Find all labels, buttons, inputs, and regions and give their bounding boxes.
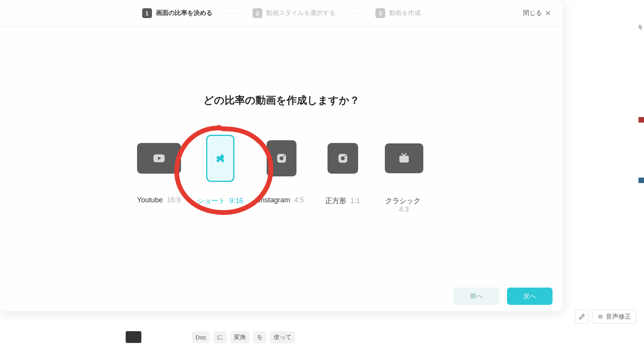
modal-content: どの比率の動画を作成しますか？ Youtube 16:9 [0, 27, 563, 214]
step-3[interactable]: 3 動画を作成 [375, 8, 421, 18]
ratio-value: 16:9 [167, 196, 181, 204]
aspect-ratio-modal: 1 画面の比率を決める ------ 2 動画スタイルを選択する ------ … [0, 0, 563, 311]
svg-point-6 [345, 155, 346, 156]
close-icon: ✕ [545, 9, 551, 18]
question-heading: どの比率の動画を作成しますか？ [0, 94, 563, 107]
pencil-icon[interactable] [575, 310, 589, 324]
ratio-name: Instagram [259, 196, 290, 204]
tv-icon [398, 152, 410, 165]
stepper: 1 画面の比率を決める ------ 2 動画スタイルを選択する ------ … [12, 8, 551, 18]
step-label: 画面の比率を決める [156, 9, 212, 17]
ratio-box-selected [206, 135, 234, 182]
step-label: 動画スタイルを選択する [266, 9, 335, 17]
next-button[interactable]: 次へ [507, 288, 553, 305]
bg-right-controls: 音声修正 [575, 310, 636, 324]
ratio-name: 正方形 [325, 197, 346, 205]
step-number: 3 [375, 8, 385, 18]
step-separator: ------ [224, 11, 241, 16]
ratio-option-square[interactable]: 正方形 1:1 [319, 135, 366, 214]
youtube-icon [152, 152, 166, 165]
option-visual [327, 135, 358, 182]
svg-rect-7 [399, 156, 409, 162]
bg-side-thumb [639, 117, 644, 123]
ratio-option-classic[interactable]: クラシック 4:3 [381, 135, 428, 214]
bg-chip: Doc [192, 332, 210, 343]
ratio-name: クラシック [385, 197, 421, 205]
bg-right-sidebar: を [638, 24, 644, 299]
audio-fix-label: 音声修正 [606, 313, 631, 321]
ratio-option-shorts[interactable]: ショート 9:16 [197, 135, 244, 214]
ratio-value: 4:3 [399, 205, 409, 213]
svg-point-3 [284, 155, 285, 156]
ratio-box [385, 143, 423, 173]
shorts-icon [215, 153, 225, 163]
bg-chip: 変換 [230, 331, 250, 343]
ratio-value: 1:1 [350, 197, 360, 205]
bg-chip: を [253, 331, 267, 343]
ratio-options: Youtube 16:9 ショート 9:16 [0, 135, 563, 214]
option-visual [385, 135, 423, 182]
step-number: 2 [252, 8, 262, 18]
prev-button[interactable]: 前へ [454, 288, 499, 305]
close-label: 閉じる [523, 9, 542, 17]
option-visual [137, 135, 181, 182]
bg-side-thumb [639, 178, 644, 183]
step-1[interactable]: 1 画面の比率を決める [142, 8, 212, 18]
instagram-icon [276, 152, 287, 164]
ratio-value: 4:5 [294, 196, 304, 204]
ratio-box [137, 143, 181, 174]
bg-chip: に [213, 331, 227, 343]
ratio-box [267, 140, 296, 176]
bg-chip: 使って [270, 331, 295, 343]
step-number: 1 [142, 8, 152, 18]
ratio-name: Youtube [137, 196, 163, 204]
stepper-bar: 1 画面の比率を決める ------ 2 動画スタイルを選択する ------ … [0, 0, 563, 27]
option-visual [267, 135, 296, 182]
bg-thumbnail [126, 331, 141, 343]
step-separator: ------ [347, 11, 364, 16]
svg-point-5 [341, 156, 345, 160]
step-label: 動画を作成 [389, 9, 421, 17]
svg-point-2 [280, 156, 284, 160]
instagram-icon [337, 152, 349, 164]
bg-side-char: を [638, 24, 644, 31]
step-2[interactable]: 2 動画スタイルを選択する [252, 8, 335, 18]
modal-footer: 前へ 次へ [454, 288, 553, 305]
audio-fix-button[interactable]: 音声修正 [592, 310, 636, 324]
ratio-box [327, 143, 358, 174]
option-visual [206, 135, 234, 182]
ratio-name: ショート [197, 197, 225, 205]
ratio-option-instagram[interactable]: Instagram 4:5 [258, 135, 305, 214]
background-bottom-bar: Doc に 変換 を 使って [0, 311, 644, 363]
close-button[interactable]: 閉じる ✕ [523, 9, 551, 18]
ratio-value: 9:16 [229, 197, 243, 205]
ratio-option-youtube[interactable]: Youtube 16:9 [135, 135, 183, 214]
